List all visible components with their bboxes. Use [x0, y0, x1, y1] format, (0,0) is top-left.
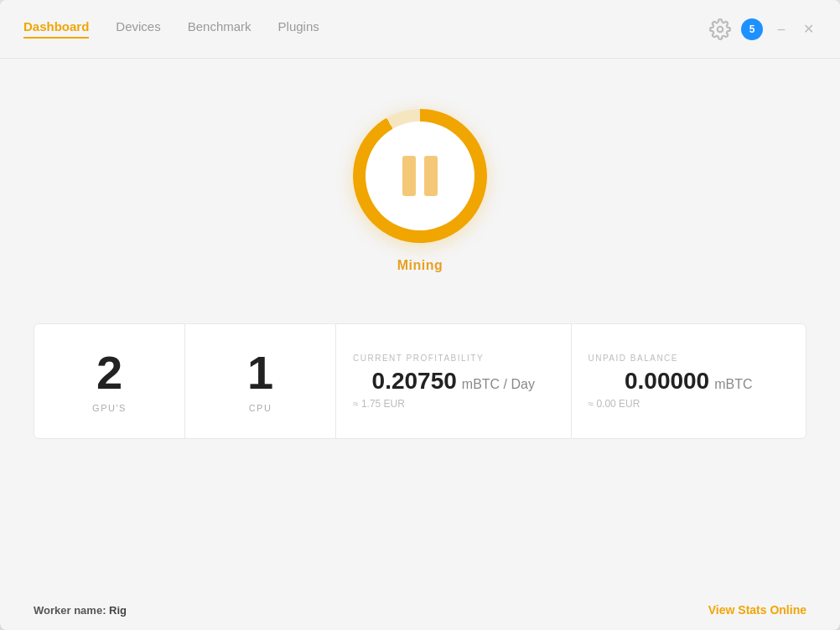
balance-unit: mBTC — [714, 377, 752, 392]
view-stats-link[interactable]: View Stats Online — [708, 603, 806, 617]
profitability-cell: CURRENT PROFITABILITY 0.20750 mBTC / Day… — [336, 324, 572, 438]
profitability-unit: mBTC / Day — [462, 377, 535, 392]
pause-bar-left — [402, 156, 416, 196]
app-window: Dashboard Devices Benchmark Plugins 5 – … — [0, 0, 840, 630]
worker-prefix: Worker name: — [34, 604, 109, 617]
notification-badge[interactable]: 5 — [741, 18, 763, 40]
tab-dashboard[interactable]: Dashboard — [23, 19, 89, 39]
svg-point-0 — [718, 26, 723, 32]
balance-eur: ≈ 0.00 EUR — [589, 398, 640, 410]
pause-bar-right — [424, 156, 438, 196]
close-button[interactable]: ✕ — [800, 23, 817, 36]
nav-tabs: Dashboard Devices Benchmark Plugins — [23, 19, 709, 39]
balance-number: 0.00000 — [625, 368, 709, 395]
profitability-number: 0.20750 — [372, 368, 457, 395]
tab-plugins[interactable]: Plugins — [278, 19, 319, 39]
pause-icon — [402, 156, 438, 196]
footer: Worker name: Rig View Stats Online — [0, 590, 840, 630]
gpu-count-value: 2 — [96, 349, 122, 396]
profitability-eur: ≈ 1.75 EUR — [353, 398, 405, 410]
minimize-button[interactable]: – — [773, 23, 790, 36]
cpu-count-label: CPU — [249, 403, 272, 413]
tab-devices[interactable]: Devices — [116, 19, 160, 39]
cpu-count-cell: 1 CPU — [185, 324, 336, 438]
cpu-count-value: 1 — [247, 349, 273, 396]
main-content: Mining 2 GPU'S 1 CPU CURRENT PROFITABILI… — [0, 59, 840, 590]
worker-name-label: Worker name: Rig — [34, 604, 127, 617]
settings-icon[interactable] — [709, 18, 731, 40]
mining-toggle-button[interactable] — [353, 109, 487, 243]
profitability-title: CURRENT PROFITABILITY — [353, 354, 484, 363]
header-controls: 5 – ✕ — [709, 18, 817, 40]
balance-value: 0.00000 mBTC — [625, 368, 753, 395]
balance-cell: UNPAID BALANCE 0.00000 mBTC ≈ 0.00 EUR — [572, 324, 806, 438]
header: Dashboard Devices Benchmark Plugins 5 – … — [0, 0, 840, 59]
tab-benchmark[interactable]: Benchmark — [188, 19, 251, 39]
balance-title: UNPAID BALANCE — [589, 354, 679, 363]
worker-name-value: Rig — [109, 604, 127, 617]
mining-button-wrapper: Mining — [353, 109, 487, 273]
stats-panel: 2 GPU'S 1 CPU CURRENT PROFITABILITY 0.20… — [34, 323, 806, 439]
mining-status-label: Mining — [397, 258, 443, 273]
gpu-count-label: GPU'S — [92, 403, 127, 413]
gpu-count-cell: 2 GPU'S — [34, 324, 185, 438]
profitability-value: 0.20750 mBTC / Day — [372, 368, 535, 395]
